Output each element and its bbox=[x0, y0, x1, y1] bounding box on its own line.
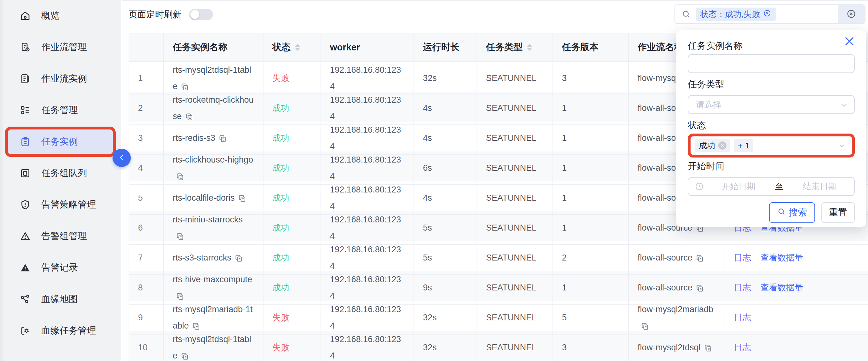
sidebar-item-task-manage[interactable]: 任务管理 bbox=[0, 95, 121, 126]
sidebar-item-label: 任务实例 bbox=[41, 135, 78, 148]
sidebar-item-overview[interactable]: 概览 bbox=[0, 0, 121, 32]
sidebar-item-task-group-queue[interactable]: 任务组队列 bbox=[0, 158, 121, 189]
close-icon[interactable] bbox=[843, 35, 856, 47]
header-status[interactable]: 状态 bbox=[264, 33, 321, 62]
copy-icon[interactable] bbox=[176, 172, 184, 181]
cell-index: 10 bbox=[129, 331, 164, 361]
copy-icon[interactable] bbox=[181, 352, 189, 360]
copy-icon[interactable] bbox=[235, 254, 243, 262]
cell-index: 4 bbox=[129, 152, 164, 185]
instance-name-input[interactable] bbox=[688, 55, 854, 72]
filter-panel: 任务实例名称 任务类型 请选择 状态 成功 + 1 开始时间 开始日期 至 bbox=[676, 30, 866, 227]
cell-duration: 4s bbox=[414, 92, 477, 125]
task-manage-icon bbox=[20, 105, 31, 116]
header-task-version: 任务版本 bbox=[553, 33, 629, 62]
cell-task-type: SEATUNNEL bbox=[477, 182, 553, 215]
sidebar-item-workflow-manage[interactable]: 作业流管理 bbox=[0, 32, 121, 63]
copy-icon[interactable] bbox=[641, 322, 649, 330]
op-link[interactable]: 日志 bbox=[734, 342, 751, 353]
cell-worker: 192.168.16.80:1234 bbox=[321, 301, 414, 334]
cell-status: 成功 bbox=[264, 92, 321, 125]
cell-task-type: SEATUNNEL bbox=[477, 152, 553, 185]
copy-icon[interactable] bbox=[181, 83, 189, 91]
date-range-picker[interactable]: 开始日期 至 结束日期 bbox=[688, 177, 855, 196]
cell-task-type: SEATUNNEL bbox=[477, 301, 553, 334]
copy-icon[interactable] bbox=[695, 254, 704, 262]
search-button[interactable]: 搜索 bbox=[769, 202, 815, 223]
table-row: 10 rts-mysql2tdsql-1table 失败 192.168.16.… bbox=[129, 331, 868, 361]
sidebar-item-label: 任务组队列 bbox=[41, 167, 87, 179]
op-link[interactable]: 日志 bbox=[734, 252, 751, 263]
cell-status: 成功 bbox=[264, 122, 321, 155]
status-multiselect[interactable]: 成功 + 1 bbox=[690, 136, 852, 155]
sidebar-item-label: 告警策略管理 bbox=[41, 198, 96, 211]
alert-group-icon bbox=[20, 231, 31, 242]
cell-task-type: SEATUNNEL bbox=[477, 211, 553, 245]
copy-icon[interactable] bbox=[176, 292, 184, 300]
copy-icon[interactable] bbox=[192, 322, 200, 330]
sidebar-item-workflow-instance[interactable]: 作业流实例 bbox=[0, 63, 121, 95]
clear-all-filters-button[interactable] bbox=[838, 5, 865, 23]
status-tag-more: + 1 bbox=[734, 139, 753, 152]
sidebar-item-alert-group[interactable]: 告警组管理 bbox=[0, 221, 121, 252]
cell-instance-name: rts-rocketmq-clickhouse bbox=[164, 92, 264, 125]
cell-index: 8 bbox=[129, 271, 164, 305]
task-type-select[interactable]: 请选择 bbox=[688, 95, 855, 114]
copy-icon[interactable] bbox=[704, 344, 712, 352]
cell-worker: 192.168.16.80:1234 bbox=[321, 92, 414, 125]
sidebar-item-label: 作业流实例 bbox=[41, 72, 87, 85]
cell-workflow-name: flow-all-source bbox=[629, 271, 725, 305]
cell-status: 失败 bbox=[264, 62, 321, 95]
cell-instance-name: rts-s3-starrocks bbox=[164, 241, 264, 275]
remove-tag-icon[interactable] bbox=[718, 141, 726, 150]
cell-status: 成功 bbox=[264, 182, 321, 215]
sidebar-item-task-instance[interactable]: 任务实例 bbox=[5, 127, 116, 157]
copy-icon[interactable] bbox=[695, 284, 704, 292]
cell-duration: 32s bbox=[414, 62, 477, 95]
cell-index: 6 bbox=[129, 211, 164, 245]
sort-icon[interactable] bbox=[527, 44, 532, 51]
auto-refresh-toggle[interactable] bbox=[189, 9, 213, 20]
cell-status: 成功 bbox=[264, 241, 321, 275]
cell-workflow-name: flow-mysql2tdsql bbox=[629, 331, 725, 361]
sort-icon[interactable] bbox=[295, 44, 300, 51]
copy-icon[interactable] bbox=[185, 112, 193, 121]
table-row: 8 rts-hive-maxcompute 成功 192.168.16.80:1… bbox=[129, 271, 868, 301]
copy-icon[interactable] bbox=[218, 134, 227, 143]
remove-tag-icon[interactable] bbox=[763, 9, 771, 20]
cell-task-type: SEATUNNEL bbox=[477, 122, 553, 155]
sidebar-item-alert-policy[interactable]: 告警策略管理 bbox=[0, 189, 121, 221]
field-label-instance-name: 任务实例名称 bbox=[688, 41, 855, 51]
sidebar-item-alert-record[interactable]: 告警记录 bbox=[0, 252, 121, 284]
copy-icon[interactable] bbox=[238, 194, 246, 202]
cell-instance-name: rts-clickhouse-highgo bbox=[164, 152, 264, 185]
status-tag-selected: 成功 bbox=[695, 139, 730, 152]
header-instance-name: 任务实例名称 bbox=[164, 33, 264, 62]
filter-buttons: 搜索 重置 bbox=[688, 202, 855, 223]
copy-icon[interactable] bbox=[176, 232, 184, 241]
cell-task-version: 1 bbox=[553, 152, 629, 185]
sidebar-item-lineage-task[interactable]: 血缘任务管理 bbox=[0, 315, 121, 347]
cell-task-version: 1 bbox=[553, 92, 629, 125]
cell-operations: 日志查看数据量 bbox=[725, 241, 868, 275]
sidebar-collapse-button[interactable] bbox=[113, 149, 131, 167]
header-task-type[interactable]: 任务类型 bbox=[477, 33, 553, 62]
workflow-manage-icon bbox=[20, 41, 31, 53]
filter-search-bar[interactable]: 状态：成功,失败 bbox=[675, 4, 866, 24]
sidebar-item-label: 血缘任务管理 bbox=[41, 324, 96, 337]
reset-button[interactable]: 重置 bbox=[822, 202, 855, 223]
op-link[interactable]: 查看数据量 bbox=[761, 282, 803, 293]
sidebar-item-lineage-map[interactable]: 血缘地图 bbox=[0, 284, 121, 315]
op-link[interactable]: 日志 bbox=[734, 312, 751, 323]
op-link[interactable]: 日志 bbox=[734, 282, 751, 293]
field-label-status: 状态 bbox=[688, 120, 855, 130]
cell-duration: 9s bbox=[414, 271, 477, 305]
cell-worker: 192.168.16.80:1234 bbox=[321, 182, 414, 215]
sidebar-item-label: 告警组管理 bbox=[41, 230, 87, 242]
cell-duration: 5s bbox=[414, 241, 477, 275]
auto-refresh-label: 页面定时刷新 bbox=[129, 8, 182, 21]
cell-index: 5 bbox=[129, 182, 164, 215]
chevron-left-icon bbox=[118, 154, 126, 163]
status-select-annotation: 成功 + 1 bbox=[688, 134, 855, 158]
op-link[interactable]: 查看数据量 bbox=[761, 252, 803, 263]
